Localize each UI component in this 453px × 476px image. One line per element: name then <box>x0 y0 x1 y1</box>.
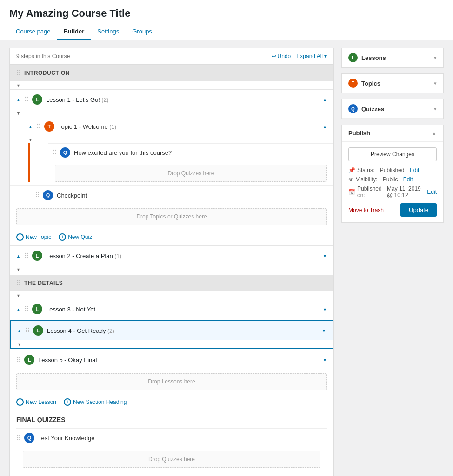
topic1-expand[interactable] <box>323 123 327 130</box>
lesson4-collapse-up[interactable] <box>17 328 21 333</box>
final-quizzes-section: FINAL QUIZZES ⠿ Q Test Your Knowledge Dr… <box>10 410 333 476</box>
lesson1-row: ⠿ L Lesson 1 - Let's Go! (2) <box>10 89 333 109</box>
lesson2-collapse-btn[interactable] <box>16 266 20 272</box>
final-add-quiz-row: + New Quiz <box>16 471 327 476</box>
publish-visibility: 👁 Visibility: Public Edit <box>348 176 437 183</box>
lesson5-drag[interactable]: ⠿ <box>16 356 20 364</box>
publish-header[interactable]: Publish ▲ <box>342 125 443 142</box>
quiz1-drag[interactable]: ⠿ <box>52 149 56 156</box>
published-edit-link[interactable]: Edit <box>427 189 437 195</box>
lesson1-collapse-btn[interactable] <box>16 110 20 116</box>
sidebar-topics-title: T Topics <box>348 79 380 88</box>
add-topic-button[interactable]: + New Topic <box>16 233 51 241</box>
drop-quizzes-final[interactable]: Drop Quizzes here <box>23 451 320 468</box>
update-button[interactable]: Update <box>400 203 437 217</box>
tab-groups[interactable]: Groups <box>126 24 159 40</box>
lesson4-expand[interactable] <box>322 327 326 334</box>
quiz1-icon: Q <box>60 147 70 158</box>
quiz1-row: ⠿ Q How excited are you for this course? <box>48 143 333 161</box>
lessons-chevron: ▾ <box>434 55 437 61</box>
fq1-icon: Q <box>24 433 34 443</box>
publish-actions: Move to Trash Update <box>348 203 437 217</box>
lesson4-title: Lesson 4 - Get Ready (2) <box>47 327 318 334</box>
final-quiz1-row: ⠿ Q Test Your Knowledge <box>16 428 327 447</box>
topic1-title: Topic 1 - Welcome (1) <box>58 123 116 130</box>
lesson1-collapse-up[interactable] <box>16 97 20 102</box>
quiz1-title: How excited are you for this course? <box>74 149 172 156</box>
expand-all-button[interactable]: Expand All ▾ <box>296 53 327 60</box>
sidebar-quizzes-header[interactable]: Q Quizzes ▾ <box>342 99 443 119</box>
page-wrapper: My Amazing Course Title Course page Buil… <box>0 0 453 476</box>
preview-changes-button[interactable]: Preview Changes <box>348 147 437 161</box>
status-edit-link[interactable]: Edit <box>410 167 420 173</box>
checkpoint-icon: Q <box>43 190 53 200</box>
lesson3-collapse-up[interactable] <box>16 307 20 312</box>
lesson3-icon: L <box>32 304 42 314</box>
lesson2-drag[interactable]: ⠿ <box>24 252 28 259</box>
drag-handle-intro[interactable]: ⠿ <box>16 69 20 77</box>
lessons-widget-icon: L <box>348 53 358 62</box>
publish-date: 📅 Published on: May 11, 2019 @ 10:12 Edi… <box>348 185 437 198</box>
topics-widget-icon: T <box>348 79 358 88</box>
add-lesson-section-row: + New Lesson + New Section Heading <box>10 394 333 410</box>
add-quiz-button[interactable]: + New Quiz <box>59 233 92 241</box>
lesson2-expand[interactable] <box>323 252 327 259</box>
tab-course-page[interactable]: Course page <box>9 24 57 40</box>
section-details-title: THE DETAILS <box>24 280 63 286</box>
lesson5-row: ⠿ L Lesson 5 - Okay Final <box>10 350 333 370</box>
status-icon: 📌 <box>348 167 355 173</box>
drop-quizzes-topic1[interactable]: Drop Quizzes here <box>55 165 327 182</box>
add-section-button[interactable]: + New Section Heading <box>64 398 127 406</box>
lesson2-collapse-row <box>10 265 333 273</box>
fq1-drag[interactable]: ⠿ <box>16 434 20 442</box>
add-lesson-button[interactable]: + New Lesson <box>16 398 56 406</box>
add-topic-icon: + <box>16 233 24 241</box>
section-details: ⠿ THE DETAILS <box>10 275 333 291</box>
topics-chevron: ▾ <box>434 80 437 86</box>
add-lesson-icon: + <box>16 398 24 406</box>
topic1-collapse-up[interactable] <box>28 124 33 129</box>
drop-lessons-zone[interactable]: Drop Lessons here <box>16 373 327 390</box>
quiz1-container: ⠿ Q How excited are you for this course?… <box>28 143 333 182</box>
steps-count: 9 steps in this Course <box>16 53 70 60</box>
lesson4-drag[interactable]: ⠿ <box>25 327 29 334</box>
move-to-trash-link[interactable]: Move to Trash <box>348 207 384 213</box>
lesson4-collapse-row <box>11 340 333 348</box>
checkpoint-drag[interactable]: ⠿ <box>35 192 39 199</box>
topic1-collapse-btn[interactable] <box>28 137 33 142</box>
builder-area: 9 steps in this Course ↩ Undo Expand All… <box>9 48 334 476</box>
lesson2-icon: L <box>32 251 42 261</box>
fq1-title: Test Your Knowledge <box>38 435 94 442</box>
chevron-down-icon: ▾ <box>324 53 327 60</box>
tab-settings[interactable]: Settings <box>91 24 126 40</box>
sidebar-lessons-title: L Lessons <box>348 53 386 62</box>
sidebar-lessons-header[interactable]: L Lessons ▾ <box>342 48 443 67</box>
lesson3-title: Lesson 3 - Not Yet <box>46 306 319 313</box>
lesson1-drag[interactable]: ⠿ <box>24 96 28 103</box>
topic1-icon: T <box>44 121 54 132</box>
lesson4-collapse-btn[interactable] <box>17 341 21 347</box>
section-intro-collapse <box>10 81 333 89</box>
lesson1-expand[interactable] <box>323 96 327 103</box>
tab-builder[interactable]: Builder <box>57 24 91 40</box>
sidebar: L Lessons ▾ T Topics ▾ <box>341 48 444 223</box>
section-details-collapse-btn[interactable] <box>16 292 20 298</box>
lesson2-title: Lesson 2 - Create a Plan (1) <box>46 252 319 259</box>
lesson1-add-buttons: + New Topic + New Quiz <box>10 229 333 245</box>
lesson3-expand[interactable] <box>323 306 327 312</box>
lesson3-drag[interactable]: ⠿ <box>24 305 28 313</box>
lesson5-expand[interactable] <box>323 357 327 363</box>
drop-topics-lesson1[interactable]: Drop Topics or Quizzes here <box>16 208 327 225</box>
topic1-drag[interactable]: ⠿ <box>36 123 40 130</box>
nav-tabs: Course page Builder Settings Groups <box>9 24 444 40</box>
undo-button[interactable]: ↩ Undo <box>272 53 291 60</box>
publish-widget: Publish ▲ Preview Changes 📌 Status: Publ… <box>341 125 444 223</box>
publish-body: Preview Changes 📌 Status: Published Edit… <box>342 142 443 222</box>
lesson2-collapse-up[interactable] <box>16 253 20 258</box>
section-intro-collapse-btn[interactable] <box>16 82 20 88</box>
sidebar-quizzes-title: Q Quizzes <box>348 104 384 113</box>
course-steps-bar: 9 steps in this Course ↩ Undo Expand All… <box>10 48 333 65</box>
visibility-edit-link[interactable]: Edit <box>403 176 413 183</box>
drag-handle-details[interactable]: ⠿ <box>16 279 20 287</box>
sidebar-topics-header[interactable]: T Topics ▾ <box>342 74 443 93</box>
